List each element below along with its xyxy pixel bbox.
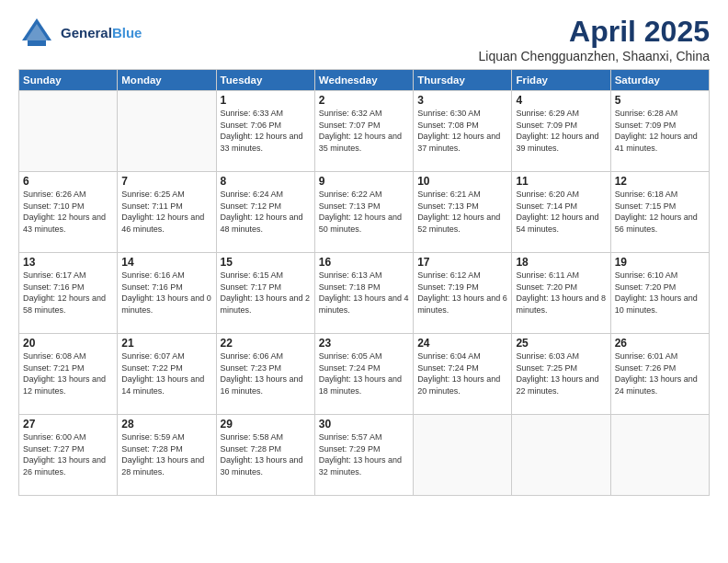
day-info: Sunrise: 6:16 AM Sunset: 7:16 PM Dayligh… <box>121 270 211 316</box>
calendar-cell: 23Sunrise: 6:05 AM Sunset: 7:24 PM Dayli… <box>314 334 413 415</box>
calendar-cell: 25Sunrise: 6:03 AM Sunset: 7:25 PM Dayli… <box>512 334 610 415</box>
day-number: 4 <box>516 94 606 107</box>
day-info: Sunrise: 6:28 AM Sunset: 7:09 PM Dayligh… <box>615 108 705 154</box>
day-number: 30 <box>319 418 409 431</box>
calendar-cell: 18Sunrise: 6:11 AM Sunset: 7:20 PM Dayli… <box>512 253 610 334</box>
calendar-week-row: 27Sunrise: 6:00 AM Sunset: 7:27 PM Dayli… <box>19 415 710 496</box>
day-info: Sunrise: 6:06 AM Sunset: 7:23 PM Dayligh… <box>221 350 311 396</box>
calendar-cell: 9Sunrise: 6:22 AM Sunset: 7:13 PM Daylig… <box>314 172 413 253</box>
day-number: 25 <box>516 337 606 350</box>
day-number: 6 <box>23 175 113 188</box>
calendar-cell: 26Sunrise: 6:01 AM Sunset: 7:26 PM Dayli… <box>610 334 709 415</box>
day-info: Sunrise: 6:18 AM Sunset: 7:15 PM Dayligh… <box>615 189 705 235</box>
calendar-cell: 3Sunrise: 6:30 AM Sunset: 7:08 PM Daylig… <box>414 91 512 172</box>
logo-text: GeneralBlue <box>61 25 142 41</box>
day-info: Sunrise: 6:22 AM Sunset: 7:13 PM Dayligh… <box>319 189 409 235</box>
calendar-cell: 15Sunrise: 6:15 AM Sunset: 7:17 PM Dayli… <box>216 253 314 334</box>
day-info: Sunrise: 6:30 AM Sunset: 7:08 PM Dayligh… <box>417 108 507 154</box>
day-number: 28 <box>121 418 211 431</box>
calendar-cell: 27Sunrise: 6:00 AM Sunset: 7:27 PM Dayli… <box>19 415 118 496</box>
calendar-cell <box>610 415 709 496</box>
logo-icon <box>18 15 55 52</box>
day-info: Sunrise: 6:12 AM Sunset: 7:19 PM Dayligh… <box>417 270 507 316</box>
day-info: Sunrise: 6:20 AM Sunset: 7:14 PM Dayligh… <box>516 189 606 235</box>
day-info: Sunrise: 6:25 AM Sunset: 7:11 PM Dayligh… <box>121 189 211 235</box>
calendar-cell: 21Sunrise: 6:07 AM Sunset: 7:22 PM Dayli… <box>118 334 216 415</box>
calendar-cell <box>512 415 610 496</box>
day-number: 21 <box>121 337 211 350</box>
weekday-header-wednesday: Wednesday <box>314 70 413 91</box>
calendar-cell: 17Sunrise: 6:12 AM Sunset: 7:19 PM Dayli… <box>414 253 512 334</box>
calendar-header-row: SundayMondayTuesdayWednesdayThursdayFrid… <box>19 70 710 91</box>
calendar-cell <box>118 91 216 172</box>
calendar-cell: 24Sunrise: 6:04 AM Sunset: 7:24 PM Dayli… <box>414 334 512 415</box>
calendar-week-row: 20Sunrise: 6:08 AM Sunset: 7:21 PM Dayli… <box>19 334 710 415</box>
day-info: Sunrise: 6:10 AM Sunset: 7:20 PM Dayligh… <box>615 270 705 316</box>
day-info: Sunrise: 6:00 AM Sunset: 7:27 PM Dayligh… <box>23 431 113 477</box>
day-number: 29 <box>221 418 311 431</box>
calendar-table: SundayMondayTuesdayWednesdayThursdayFrid… <box>18 69 710 496</box>
weekday-header-sunday: Sunday <box>19 70 118 91</box>
day-info: Sunrise: 5:58 AM Sunset: 7:28 PM Dayligh… <box>221 431 311 477</box>
day-number: 27 <box>23 418 113 431</box>
calendar-cell: 14Sunrise: 6:16 AM Sunset: 7:16 PM Dayli… <box>118 253 216 334</box>
calendar-cell: 13Sunrise: 6:17 AM Sunset: 7:16 PM Dayli… <box>19 253 118 334</box>
calendar-cell: 30Sunrise: 5:57 AM Sunset: 7:29 PM Dayli… <box>314 415 413 496</box>
calendar-cell <box>19 91 118 172</box>
day-number: 12 <box>615 175 705 188</box>
day-number: 9 <box>319 175 409 188</box>
svg-rect-2 <box>28 40 46 46</box>
calendar-cell: 22Sunrise: 6:06 AM Sunset: 7:23 PM Dayli… <box>216 334 314 415</box>
day-number: 13 <box>23 256 113 269</box>
day-info: Sunrise: 6:21 AM Sunset: 7:13 PM Dayligh… <box>417 189 507 235</box>
day-number: 14 <box>121 256 211 269</box>
day-info: Sunrise: 6:29 AM Sunset: 7:09 PM Dayligh… <box>516 108 606 154</box>
weekday-header-tuesday: Tuesday <box>216 70 314 91</box>
day-info: Sunrise: 6:33 AM Sunset: 7:06 PM Dayligh… <box>221 108 311 154</box>
day-info: Sunrise: 6:05 AM Sunset: 7:24 PM Dayligh… <box>319 350 409 396</box>
weekday-header-monday: Monday <box>118 70 216 91</box>
month-title: April 2025 <box>479 15 710 49</box>
calendar-week-row: 13Sunrise: 6:17 AM Sunset: 7:16 PM Dayli… <box>19 253 710 334</box>
day-info: Sunrise: 6:03 AM Sunset: 7:25 PM Dayligh… <box>516 350 606 396</box>
calendar-cell: 8Sunrise: 6:24 AM Sunset: 7:12 PM Daylig… <box>216 172 314 253</box>
calendar-cell: 2Sunrise: 6:32 AM Sunset: 7:07 PM Daylig… <box>314 91 413 172</box>
logo-general: General <box>61 25 112 40</box>
calendar-cell: 6Sunrise: 6:26 AM Sunset: 7:10 PM Daylig… <box>19 172 118 253</box>
calendar-cell: 19Sunrise: 6:10 AM Sunset: 7:20 PM Dayli… <box>610 253 709 334</box>
day-number: 26 <box>615 337 705 350</box>
day-info: Sunrise: 6:04 AM Sunset: 7:24 PM Dayligh… <box>417 350 507 396</box>
day-info: Sunrise: 6:01 AM Sunset: 7:26 PM Dayligh… <box>615 350 705 396</box>
calendar-cell: 4Sunrise: 6:29 AM Sunset: 7:09 PM Daylig… <box>512 91 610 172</box>
calendar-cell: 1Sunrise: 6:33 AM Sunset: 7:06 PM Daylig… <box>216 91 314 172</box>
day-info: Sunrise: 6:08 AM Sunset: 7:21 PM Dayligh… <box>23 350 113 396</box>
day-number: 2 <box>319 94 409 107</box>
weekday-header-saturday: Saturday <box>610 70 709 91</box>
day-info: Sunrise: 6:24 AM Sunset: 7:12 PM Dayligh… <box>221 189 311 235</box>
day-info: Sunrise: 6:11 AM Sunset: 7:20 PM Dayligh… <box>516 270 606 316</box>
calendar-cell: 11Sunrise: 6:20 AM Sunset: 7:14 PM Dayli… <box>512 172 610 253</box>
calendar-cell: 7Sunrise: 6:25 AM Sunset: 7:11 PM Daylig… <box>118 172 216 253</box>
day-info: Sunrise: 5:57 AM Sunset: 7:29 PM Dayligh… <box>319 431 409 477</box>
day-info: Sunrise: 6:13 AM Sunset: 7:18 PM Dayligh… <box>319 270 409 316</box>
day-number: 24 <box>417 337 507 350</box>
calendar-cell: 5Sunrise: 6:28 AM Sunset: 7:09 PM Daylig… <box>610 91 709 172</box>
header: GeneralBlue April 2025 Liquan Chengguanz… <box>18 15 710 63</box>
calendar-cell: 16Sunrise: 6:13 AM Sunset: 7:18 PM Dayli… <box>314 253 413 334</box>
day-number: 1 <box>221 94 311 107</box>
calendar-week-row: 6Sunrise: 6:26 AM Sunset: 7:10 PM Daylig… <box>19 172 710 253</box>
day-number: 11 <box>516 175 606 188</box>
day-number: 22 <box>221 337 311 350</box>
day-number: 3 <box>417 94 507 107</box>
day-info: Sunrise: 6:32 AM Sunset: 7:07 PM Dayligh… <box>319 108 409 154</box>
day-info: Sunrise: 6:15 AM Sunset: 7:17 PM Dayligh… <box>221 270 311 316</box>
calendar-cell <box>414 415 512 496</box>
logo-blue: Blue <box>112 25 142 40</box>
weekday-header-thursday: Thursday <box>414 70 512 91</box>
day-info: Sunrise: 6:26 AM Sunset: 7:10 PM Dayligh… <box>23 189 113 235</box>
day-number: 20 <box>23 337 113 350</box>
day-info: Sunrise: 5:59 AM Sunset: 7:28 PM Dayligh… <box>121 431 211 477</box>
day-info: Sunrise: 6:07 AM Sunset: 7:22 PM Dayligh… <box>121 350 211 396</box>
calendar-page: GeneralBlue April 2025 Liquan Chengguanz… <box>0 0 728 563</box>
day-number: 8 <box>221 175 311 188</box>
